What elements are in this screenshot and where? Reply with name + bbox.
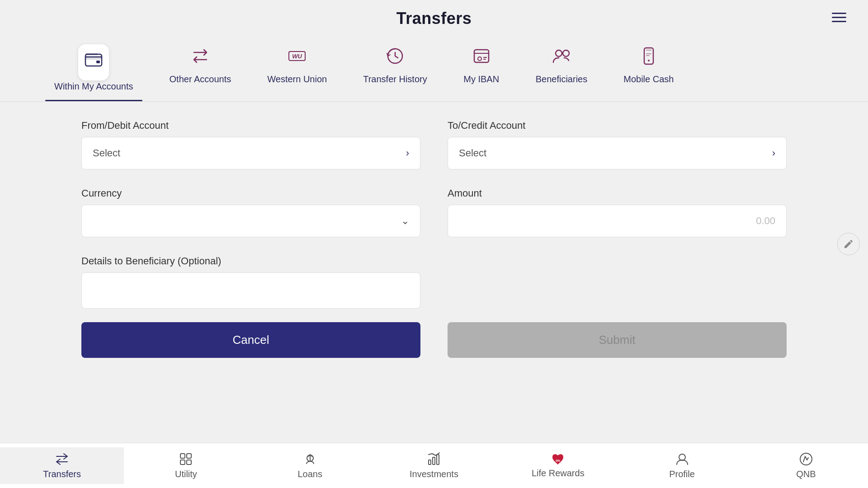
bottom-nav-utility[interactable]: Utility: [124, 447, 248, 484]
tab-beneficiaries[interactable]: Beneficiaries: [518, 37, 606, 94]
hamburger-menu-button[interactable]: [828, 9, 850, 26]
bottom-nav-qnb-label: QNB: [796, 469, 816, 479]
bottom-nav-profile-label: Profile: [669, 469, 695, 479]
from-account-group: From/Debit Account Select ›: [81, 120, 420, 169]
tab-mobile-cash-label: Mobile Cash: [623, 73, 674, 85]
tab-within-my-accounts[interactable]: Within My Accounts: [36, 37, 151, 101]
hamburger-line-3: [832, 21, 846, 22]
svg-rect-16: [646, 55, 650, 56]
bottom-nav-profile[interactable]: Profile: [620, 447, 744, 484]
history-icon: [383, 44, 407, 68]
iban-icon: [470, 44, 493, 68]
tab-other-accounts[interactable]: Other Accounts: [151, 37, 250, 94]
to-account-chevron-right-icon: ›: [772, 147, 775, 159]
bottom-nav-investments-label: Investments: [410, 469, 458, 479]
to-account-value: Select: [459, 147, 486, 159]
bottom-nav-transfers-label: Transfers: [43, 469, 81, 479]
svg-rect-3: [85, 53, 98, 55]
tab-beneficiaries-label: Beneficiaries: [536, 73, 588, 85]
transfer-nav-tabs: Within My Accounts Other Accounts WU Wes…: [0, 37, 868, 102]
svg-point-17: [648, 60, 650, 61]
svg-rect-24: [433, 457, 435, 465]
loans-nav-icon: [303, 452, 317, 466]
amount-label: Amount: [448, 188, 787, 199]
svg-text:WU: WU: [292, 53, 302, 60]
amount-value: 0.00: [756, 215, 775, 227]
transfer-form-section: From/Debit Account Select › To/Credit Ac…: [0, 102, 868, 430]
svg-rect-14: [646, 50, 651, 51]
svg-point-11: [556, 50, 562, 56]
bottom-nav-utility-label: Utility: [175, 469, 197, 479]
svg-rect-0: [85, 54, 102, 66]
details-input[interactable]: [81, 272, 420, 309]
bottom-nav-life-rewards[interactable]: life Life Rewards: [496, 448, 620, 483]
hamburger-line-1: [832, 13, 846, 14]
details-group: Details to Beneficiary (Optional): [81, 255, 420, 309]
tab-transfer-history-label: Transfer History: [363, 73, 427, 85]
svg-point-12: [563, 50, 569, 56]
beneficiaries-icon: [550, 44, 573, 68]
svg-rect-10: [483, 59, 486, 60]
from-account-select[interactable]: Select ›: [81, 137, 420, 169]
svg-rect-15: [646, 53, 651, 54]
currency-dropdown[interactable]: ⌄: [81, 205, 420, 237]
mobile-cash-icon: [637, 44, 660, 68]
svg-rect-25: [437, 455, 439, 465]
tab-my-iban[interactable]: My IBAN: [445, 37, 518, 94]
profile-nav-icon: [675, 452, 689, 466]
utility-nav-icon: [179, 452, 193, 466]
tab-western-union-label: Western Union: [267, 73, 327, 85]
cancel-button[interactable]: Cancel: [81, 322, 420, 358]
svg-text:life: life: [556, 459, 560, 462]
currency-chevron-down-icon: ⌄: [401, 215, 409, 227]
form-grid: From/Debit Account Select › To/Credit Ac…: [81, 120, 787, 309]
tab-mobile-cash[interactable]: Mobile Cash: [605, 37, 692, 94]
svg-rect-18: [180, 454, 185, 458]
svg-rect-20: [180, 460, 185, 465]
svg-rect-19: [187, 454, 191, 458]
svg-rect-2: [96, 61, 100, 63]
from-account-value: Select: [93, 147, 120, 159]
transfer-arrows-icon: [189, 44, 212, 68]
bottom-nav-investments[interactable]: Investments: [372, 447, 496, 484]
svg-point-8: [478, 57, 481, 61]
form-buttons: Cancel Submit: [81, 322, 787, 358]
page-header: Transfers: [0, 0, 868, 37]
wallet-icon: [82, 48, 105, 71]
amount-group: Amount 0.00: [448, 188, 787, 237]
bottom-nav-loans[interactable]: Loans: [248, 447, 372, 484]
bottom-nav-transfers[interactable]: Transfers: [0, 447, 124, 484]
tab-my-iban-label: My IBAN: [463, 73, 499, 85]
tab-transfer-history[interactable]: Transfer History: [345, 37, 445, 94]
hamburger-line-2: [832, 17, 846, 18]
transfers-nav-icon: [55, 452, 69, 466]
life-rewards-nav-icon: life: [550, 453, 566, 465]
edit-pencil-button[interactable]: [837, 233, 860, 255]
svg-rect-9: [483, 57, 487, 58]
svg-rect-7: [474, 50, 489, 62]
tab-western-union[interactable]: WU Western Union: [249, 37, 345, 94]
bottom-navigation: Transfers Utility Loans: [0, 443, 868, 488]
svg-rect-23: [429, 460, 431, 465]
submit-button[interactable]: Submit: [448, 322, 787, 358]
page-title: Transfers: [396, 9, 472, 28]
from-account-label: From/Debit Account: [81, 120, 420, 131]
svg-point-27: [679, 454, 685, 460]
tab-within-my-accounts-label: Within My Accounts: [54, 80, 133, 92]
currency-label: Currency: [81, 188, 420, 199]
tab-other-accounts-label: Other Accounts: [170, 73, 231, 85]
bottom-nav-qnb[interactable]: QNB: [744, 447, 868, 484]
amount-field[interactable]: 0.00: [448, 205, 787, 237]
svg-rect-21: [187, 460, 191, 465]
bottom-nav-life-rewards-label: Life Rewards: [532, 468, 585, 479]
currency-group: Currency ⌄: [81, 188, 420, 237]
qnb-nav-icon: [799, 452, 813, 466]
western-union-icon: WU: [285, 44, 309, 68]
from-account-chevron-right-icon: ›: [406, 147, 409, 159]
to-account-label: To/Credit Account: [448, 120, 787, 131]
to-account-select[interactable]: Select ›: [448, 137, 787, 169]
bottom-nav-loans-label: Loans: [297, 469, 322, 479]
details-label: Details to Beneficiary (Optional): [81, 255, 420, 267]
investments-nav-icon: [427, 452, 441, 466]
tab-within-my-accounts-icon-wrap: [78, 44, 109, 80]
